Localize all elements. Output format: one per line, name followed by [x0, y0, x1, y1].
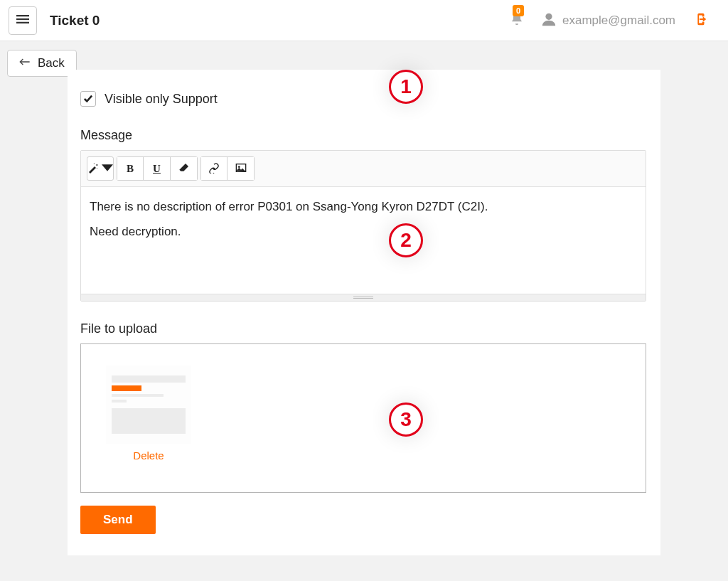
underline-icon: U [153, 163, 161, 175]
svg-rect-1 [16, 18, 29, 20]
editor-toolbar: B U [81, 151, 646, 187]
file-upload-label: File to upload [80, 321, 646, 336]
logout-icon [692, 17, 708, 29]
grip-icon [353, 297, 373, 299]
editor-link-button[interactable] [200, 156, 228, 181]
svg-point-5 [238, 166, 240, 168]
caret-down-icon [102, 162, 113, 176]
top-bar: Ticket 0 0 example@gmail.com [0, 0, 728, 41]
editor-eraser-button[interactable] [171, 156, 198, 181]
svg-rect-2 [16, 22, 29, 23]
message-line: There is no description of error P0301 o… [90, 197, 637, 218]
svg-point-3 [545, 14, 552, 20]
back-button[interactable]: Back [7, 50, 77, 77]
image-icon [235, 162, 247, 176]
message-textarea[interactable]: There is no description of error P0301 o… [81, 187, 646, 294]
link-icon [208, 162, 220, 176]
ticket-form-card: Visible only Support Message B [68, 70, 660, 555]
send-button[interactable]: Send [80, 506, 156, 534]
visible-only-support-checkbox[interactable] [80, 91, 96, 107]
visibility-row: Visible only Support [80, 91, 646, 107]
file-delete-button[interactable]: Delete [133, 449, 164, 462]
editor-resize-handle[interactable] [81, 294, 646, 301]
eraser-icon [178, 162, 190, 176]
notifications-button[interactable]: 0 [510, 12, 524, 28]
magic-wand-icon [87, 162, 99, 176]
arrow-left-icon [19, 56, 31, 70]
editor-underline-button[interactable]: U [144, 156, 171, 181]
user-menu[interactable]: example@gmail.com [541, 11, 675, 29]
message-line: Need decryption. [90, 222, 637, 242]
editor-style-button[interactable] [87, 156, 114, 181]
hamburger-icon [16, 13, 29, 28]
back-button-label: Back [38, 56, 65, 70]
user-email: example@gmail.com [562, 14, 675, 28]
bold-icon: B [127, 163, 134, 175]
notification-badge: 0 [513, 5, 524, 16]
file-upload-dropzone[interactable]: Delete [80, 343, 646, 493]
menu-toggle-button[interactable] [9, 6, 37, 35]
svg-rect-0 [16, 15, 29, 16]
editor-image-button[interactable] [228, 156, 255, 181]
user-icon [541, 11, 557, 29]
topbar-right: 0 example@gmail.com [510, 11, 719, 29]
page-title: Ticket 0 [50, 13, 100, 28]
check-icon [83, 93, 93, 105]
logout-button[interactable] [692, 11, 708, 29]
file-thumbnail[interactable] [106, 366, 191, 444]
message-editor: B U [80, 150, 646, 302]
bell-icon [510, 16, 524, 28]
editor-bold-button[interactable]: B [117, 156, 144, 181]
visible-only-support-label: Visible only Support [105, 92, 218, 107]
message-label: Message [80, 128, 646, 143]
uploaded-file-item: Delete [102, 366, 195, 462]
